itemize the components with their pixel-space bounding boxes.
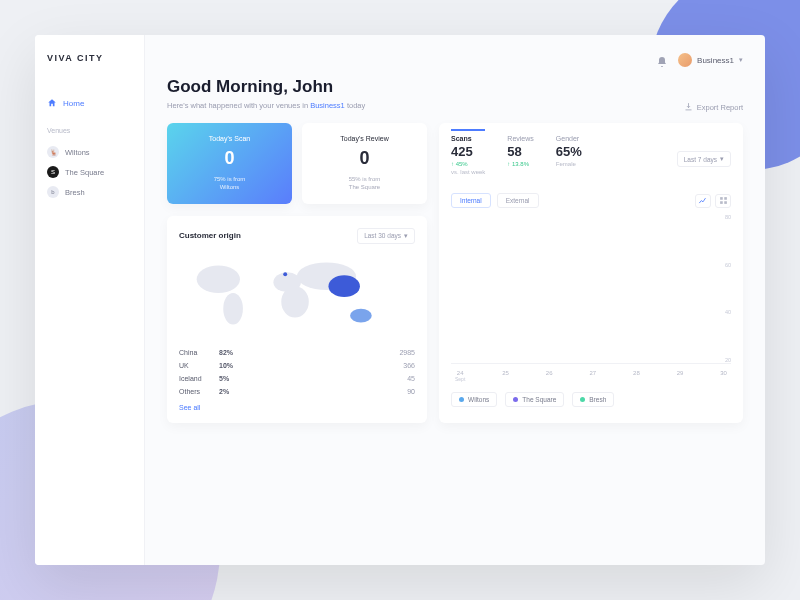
- bell-icon[interactable]: [656, 54, 668, 66]
- legend-dot: [580, 397, 585, 402]
- chart-range-dropdown[interactable]: Last 7 days▾: [677, 151, 731, 167]
- country-row: Others2%90: [179, 385, 415, 398]
- legend-dot: [459, 397, 464, 402]
- world-map[interactable]: [179, 254, 415, 334]
- svg-point-0: [197, 265, 240, 293]
- venue-bresh[interactable]: b Bresh: [47, 182, 132, 202]
- x-axis: 24Sept 25 26 27 28 29 30: [451, 370, 731, 382]
- stat-title: Today's Scan: [177, 135, 282, 142]
- stat-title: Today's Review: [312, 135, 417, 142]
- y-axis: 80 60 40 20: [725, 214, 731, 363]
- metric-scans[interactable]: Scans 425 ↑ 45% vs. last week: [451, 135, 485, 175]
- svg-point-3: [281, 286, 309, 317]
- stat-sub: 75% is fromWiltons: [177, 175, 282, 192]
- venue-avatar: 🦌: [47, 146, 59, 158]
- tab-internal[interactable]: Internal: [451, 193, 491, 208]
- legend-dot: [513, 397, 518, 402]
- card-title: Customer origin: [179, 231, 241, 240]
- origin-range-dropdown[interactable]: Last 30 days▾: [357, 228, 415, 244]
- stat-value: 0: [177, 148, 282, 169]
- avatar: [678, 53, 692, 67]
- home-icon: [47, 98, 57, 108]
- venue-label: The Square: [65, 168, 104, 177]
- svg-point-7: [283, 272, 287, 276]
- chart-legend: Wiltons The Square Bresh: [451, 392, 731, 407]
- venue-avatar: b: [47, 186, 59, 198]
- chevron-down-icon: ▾: [404, 232, 408, 240]
- svg-rect-9: [724, 197, 727, 200]
- page-title: Good Morning, John: [167, 77, 743, 97]
- main-content: Business1 ▾ Good Morning, John Here's wh…: [145, 35, 765, 565]
- venue-wiltons[interactable]: 🦌 Wiltons: [47, 142, 132, 162]
- venue-the-square[interactable]: S The Square: [47, 162, 132, 182]
- app-window: VIVA CITY Home Venues 🦌 Wiltons S The Sq…: [35, 35, 765, 565]
- svg-rect-8: [720, 197, 723, 200]
- logo: VIVA CITY: [47, 53, 132, 63]
- stat-card-scan[interactable]: Today's Scan 0 75% is fromWiltons: [167, 123, 292, 204]
- sidebar: VIVA CITY Home Venues 🦌 Wiltons S The Sq…: [35, 35, 145, 565]
- venue-label: Wiltons: [65, 148, 90, 157]
- chart-canvas: 80 60 40 20: [451, 214, 731, 364]
- chevron-down-icon: ▾: [720, 155, 724, 163]
- country-row: China82%2985: [179, 346, 415, 359]
- legend-bresh[interactable]: Bresh: [572, 392, 614, 407]
- export-button[interactable]: Export Report: [684, 102, 743, 113]
- grid-view-button[interactable]: [715, 194, 731, 208]
- topbar: Business1 ▾: [167, 53, 743, 67]
- metric-reviews[interactable]: Reviews 58 ↑ 13.8%: [507, 135, 533, 167]
- tab-external[interactable]: External: [497, 193, 539, 208]
- nav-home-label: Home: [63, 99, 84, 108]
- legend-wiltons[interactable]: Wiltons: [451, 392, 497, 407]
- svg-point-1: [223, 293, 243, 324]
- venue-avatar: S: [47, 166, 59, 178]
- venue-label: Bresh: [65, 188, 85, 197]
- svg-rect-10: [720, 201, 723, 204]
- download-icon: [684, 102, 693, 113]
- venues-section-label: Venues: [47, 127, 132, 134]
- svg-point-5: [328, 275, 359, 297]
- export-label: Export Report: [697, 103, 743, 112]
- svg-rect-11: [724, 201, 727, 204]
- line-view-button[interactable]: [695, 194, 711, 208]
- legend-the-square[interactable]: The Square: [505, 392, 564, 407]
- customer-origin-card: Customer origin Last 30 days▾: [167, 216, 427, 423]
- country-row: UK10%366: [179, 359, 415, 372]
- stat-card-review[interactable]: Today's Review 0 55% is fromThe Square: [302, 123, 427, 204]
- chart-card: Scans 425 ↑ 45% vs. last week Reviews 58…: [439, 123, 743, 423]
- country-row: Iceland5%45: [179, 372, 415, 385]
- user-menu[interactable]: Business1 ▾: [678, 53, 743, 67]
- nav-home[interactable]: Home: [47, 93, 132, 113]
- see-all-link[interactable]: See all: [179, 404, 415, 411]
- svg-point-6: [350, 309, 372, 323]
- stat-value: 0: [312, 148, 417, 169]
- chevron-down-icon: ▾: [739, 56, 743, 64]
- metric-gender[interactable]: Gender 65% Female: [556, 135, 582, 167]
- username: Business1: [697, 56, 734, 65]
- stat-sub: 55% is fromThe Square: [312, 175, 417, 192]
